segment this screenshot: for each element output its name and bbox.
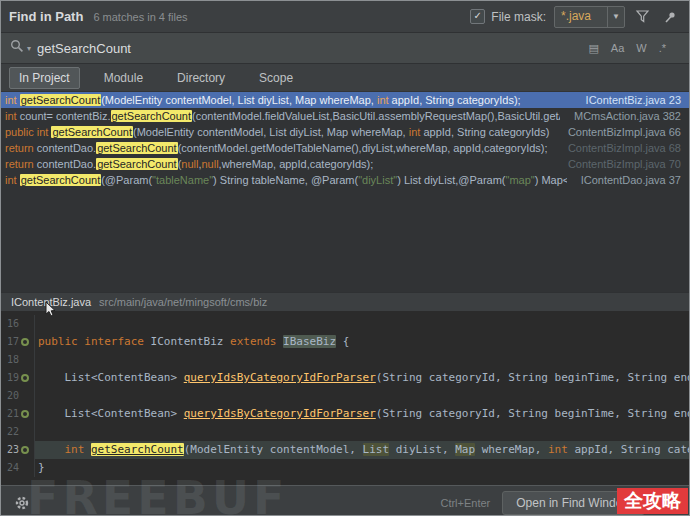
search-options: ▤AaW.* [588, 42, 680, 55]
file-mask-combo[interactable]: *.java ▼ [554, 6, 625, 28]
editor-code [35, 423, 689, 441]
file-mask-value[interactable]: *.java [555, 7, 607, 27]
editor-gutter: 18 [1, 351, 35, 369]
dialog-title: Find in Path [9, 9, 83, 24]
words-icon[interactable]: W [636, 42, 646, 54]
search-icon [10, 39, 24, 57]
result-row[interactable]: return contentDao.getSearchCount(content… [1, 140, 689, 156]
gear-icon[interactable] [11, 492, 33, 514]
editor-gutter: 16 [1, 315, 35, 333]
regex-icon[interactable]: .* [659, 42, 666, 54]
result-code: int getSearchCount(@Param("tableName") S… [5, 174, 567, 186]
result-row[interactable]: int count= contentBiz.getSearchCount(con… [1, 108, 689, 124]
editor-code [35, 387, 689, 405]
result-row[interactable]: return contentDao.getSearchCount(null,nu… [1, 156, 689, 172]
editor-gutter: 21 [1, 405, 35, 423]
result-code: return contentDao.getSearchCount(content… [5, 142, 554, 154]
search-input[interactable]: getSearchCount [37, 41, 582, 56]
implemented-method-marker-icon[interactable] [21, 338, 29, 346]
editor-gutter: 22 [1, 423, 35, 441]
dialog-header: Find in Path 6 matches in 4 files ✓ File… [1, 1, 689, 32]
editor-line: 16 [1, 315, 689, 333]
result-code: int count= contentBiz.getSearchCount(con… [5, 110, 560, 122]
result-file-ref: ContentBizImpl.java 70 [554, 158, 689, 170]
result-code: int getSearchCount(ModelEntity contentMo… [5, 94, 572, 106]
badge-overlay: 全攻略 [617, 488, 688, 514]
code-preview[interactable]: 1617public interface IContentBiz extends… [1, 311, 689, 485]
editor-code: public interface IContentBiz extends IBa… [35, 333, 689, 351]
tab-module[interactable]: Module [94, 67, 153, 89]
search-bar[interactable]: ▾ getSearchCount ▤AaW.* [1, 32, 689, 64]
line-number: 22 [1, 423, 19, 441]
find-in-path-dialog: Find in Path 6 matches in 4 files ✓ File… [0, 0, 690, 516]
result-row[interactable]: int getSearchCount(ModelEntity contentMo… [1, 92, 689, 108]
variants-icon[interactable]: ▤ [588, 42, 598, 55]
file-mask-label: File mask: [491, 10, 546, 24]
line-number: 16 [1, 315, 19, 333]
editor-line: 19 List<ContentBean> queryIdsByCategoryI… [1, 369, 689, 387]
editor-code: } [35, 459, 689, 477]
editor-line: 18 [1, 351, 689, 369]
editor-line: 20 [1, 387, 689, 405]
editor-lines: 1617public interface IContentBiz extends… [1, 315, 689, 477]
editor-gutter: 24 [1, 459, 35, 477]
dialog-footer: Ctrl+Enter Open in Find Window [1, 485, 689, 516]
line-number: 18 [1, 351, 19, 369]
scope-tabs: In ProjectModuleDirectoryScope [1, 64, 689, 92]
results-list: int getSearchCount(ModelEntity contentMo… [1, 92, 689, 292]
editor-gutter: 20 [1, 387, 35, 405]
editor-gutter: 19 [1, 369, 35, 387]
line-number: 21 [1, 405, 19, 423]
line-number: 23 [1, 441, 19, 459]
editor-gutter: 23 [1, 441, 35, 459]
editor-line: 17public interface IContentBiz extends I… [1, 333, 689, 351]
tab-scope[interactable]: Scope [249, 67, 303, 89]
preview-path-bar: IContentBiz.java src/main/java/net/mings… [1, 292, 689, 311]
result-row[interactable]: int getSearchCount(@Param("tableName") S… [1, 172, 689, 188]
result-file-ref: MCmsAction.java 382 [560, 110, 689, 122]
tab-directory[interactable]: Directory [167, 67, 235, 89]
editor-code [35, 351, 689, 369]
result-file-ref: IContentBiz.java 23 [572, 94, 689, 106]
editor-code [35, 315, 689, 333]
result-code: return contentDao.getSearchCount(null,nu… [5, 158, 554, 170]
search-history-arrow-icon[interactable]: ▾ [27, 44, 31, 53]
file-mask-checkbox[interactable]: ✓ [470, 9, 485, 24]
shortcut-hint: Ctrl+Enter [440, 497, 490, 509]
line-number: 24 [1, 459, 19, 477]
pin-icon[interactable] [659, 6, 681, 28]
line-number: 20 [1, 387, 19, 405]
editor-line: 23 int getSearchCount(ModelEntity conten… [1, 441, 689, 459]
matches-summary: 6 matches in 4 files [93, 11, 187, 23]
editor-code: List<ContentBean> queryIdsByCategoryIdFo… [35, 369, 689, 387]
mouse-cursor [45, 301, 57, 322]
result-row[interactable]: public int getSearchCount(ModelEntity co… [1, 124, 689, 140]
match-case-icon[interactable]: Aa [611, 42, 624, 54]
result-file-ref: ContentBizImpl.java 66 [554, 126, 689, 138]
result-file-ref: ContentBizImpl.java 68 [554, 142, 689, 154]
editor-code: List<ContentBean> queryIdsByCategoryIdFo… [35, 405, 689, 423]
preview-file-path: src/main/java/net/mingsoft/cms/biz [99, 296, 267, 308]
editor-line: 22 [1, 423, 689, 441]
implemented-method-marker-icon[interactable] [21, 410, 29, 418]
line-number: 19 [1, 369, 19, 387]
editor-line: 21 List<ContentBean> queryIdsByCategoryI… [1, 405, 689, 423]
editor-gutter: 17 [1, 333, 35, 351]
implemented-method-marker-icon[interactable] [21, 446, 29, 454]
implemented-method-marker-icon[interactable] [21, 374, 29, 382]
result-file-ref: IContentDao.java 37 [567, 174, 689, 186]
tab-in-project[interactable]: In Project [9, 67, 80, 89]
line-number: 17 [1, 333, 19, 351]
editor-code: int getSearchCount(ModelEntity contentMo… [35, 441, 689, 459]
editor-line: 24} [1, 459, 689, 477]
result-code: public int getSearchCount(ModelEntity co… [5, 126, 554, 138]
filter-icon[interactable] [631, 6, 653, 28]
chevron-down-icon[interactable]: ▼ [607, 7, 624, 27]
